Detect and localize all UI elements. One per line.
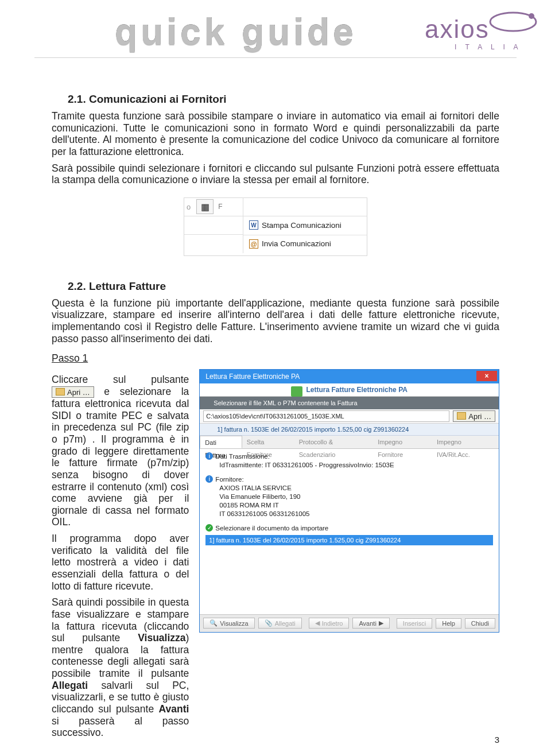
menu-item-stampa[interactable]: W Stampa Comunicazioni xyxy=(243,216,367,235)
left-para-1: Cliccare sul pulsante Apri … e seleziona… xyxy=(52,374,189,528)
dialog-titlebar: Lettura Fatture Elettroniche PA × xyxy=(200,370,499,383)
dialog-hint: Selezionare il file XML o P7M contenente… xyxy=(200,397,499,409)
email-icon: @ xyxy=(249,239,258,249)
value-fornitore-city: 00185 ROMA RM IT xyxy=(205,501,493,510)
apri-button[interactable]: Apri … xyxy=(453,410,495,422)
toolbar-icon-1: ▦ xyxy=(196,199,214,214)
info-icon: i xyxy=(205,475,213,483)
dialog-subtitle: Lettura Fatture Elettroniche PA xyxy=(200,383,499,397)
section-21-para-2: Sarà possibile quindi selezionare i forn… xyxy=(52,162,499,186)
brand-logo: axios I T A L I A xyxy=(417,2,537,57)
tab-scelta-fornitore[interactable]: Scelta Fornitore xyxy=(242,436,294,448)
brand-text: axios xyxy=(425,15,490,43)
guide-title: quick guide xyxy=(115,10,357,53)
tab-dati-fattura[interactable]: Dati Fattura xyxy=(200,436,242,448)
label-select-doc: Selezionare il documento da importare xyxy=(215,524,328,533)
folder-icon xyxy=(56,388,65,396)
apri-button-inline[interactable]: Apri … xyxy=(52,386,94,398)
close-icon[interactable]: × xyxy=(476,371,497,381)
help-button[interactable]: Help xyxy=(436,618,461,629)
section-22-para-1: Questa è la funzione più importante dell… xyxy=(52,297,499,345)
word-icon: W xyxy=(249,220,258,230)
indietro-button[interactable]: ◀ Indietro xyxy=(309,618,350,629)
tab-strip: Dati Fattura Scelta Fornitore Protocollo… xyxy=(200,436,499,449)
tab-protocollo[interactable]: Protocollo & Scadenziario xyxy=(294,436,374,448)
label-trasmissione: Dati Trasmissione: xyxy=(215,452,270,461)
visualizza-button[interactable]: 🔍 Visualizza xyxy=(203,618,254,629)
file-path-field[interactable]: C:\axios105\dev\cnt\IT06331261005_1503E.… xyxy=(203,410,449,422)
value-idtrasmittente: IdTrasmittente: IT 06331261005 - Proggre… xyxy=(205,461,493,470)
inserisci-button[interactable]: Inserisci xyxy=(397,618,432,629)
value-fornitore-name: AXIOS ITALIA SERVICE xyxy=(205,484,493,493)
file-summary: 1] fattura n. 1503E del 26/02/2015 impor… xyxy=(200,424,499,436)
header-divider xyxy=(34,57,517,58)
import-icon xyxy=(291,386,302,397)
step-label: Passo 1 xyxy=(52,352,499,365)
svg-point-1 xyxy=(529,13,534,19)
menu-item-invia[interactable]: @ Invia Comunicazioni xyxy=(243,234,367,253)
dialog-title-text: Lettura Fatture Elettroniche PA xyxy=(205,373,300,381)
section-21-heading: 2.1. Comunicazioni ai Fornitori xyxy=(68,93,499,106)
folder-icon xyxy=(457,412,466,420)
left-column: Cliccare sul pulsante Apri … e seleziona… xyxy=(52,369,189,743)
document-header: quick guide axios I T A L I A xyxy=(0,0,551,64)
context-menu-figure: o ▦ F W Stampa Comunicazioni @ Invia Com… xyxy=(184,197,367,256)
tab-impegno-iva[interactable]: Impegno IVA/Rit.Acc. xyxy=(432,436,499,448)
allegati-button[interactable]: 📎 Allegati xyxy=(258,618,302,629)
left-para-2: Il programma dopo aver verificato la val… xyxy=(52,533,189,592)
check-icon: ✓ xyxy=(205,524,213,532)
chiudi-button[interactable]: Chiudi xyxy=(465,618,495,629)
tab-impegno-fornitore[interactable]: Impegno Fornitore xyxy=(373,436,432,448)
page-number: 3 xyxy=(495,735,499,745)
selected-invoice-row[interactable]: 1] fattura n. 1503E del 26/02/2015 impor… xyxy=(205,535,493,545)
panel-dati-fattura: i Dati Trasmissione: IdTrasmittente: IT … xyxy=(200,449,499,614)
wizard-dialog: Lettura Fatture Elettroniche PA × Lettur… xyxy=(199,369,499,633)
label-fornitore: Fornitore: xyxy=(215,475,243,484)
dialog-button-bar: 🔍 Visualizza 📎 Allegati ◀ Indietro Avant… xyxy=(200,614,499,632)
svg-text:I T A L I A: I T A L I A xyxy=(455,43,521,51)
section-22-heading: 2.2. Lettura Fatture xyxy=(68,280,499,293)
value-fornitore-vat: IT 06331261005 06331261005 xyxy=(205,510,493,518)
value-fornitore-addr: Via Emanuele Filiberto, 190 xyxy=(205,493,493,501)
left-para-3: Sarà quindi possibile in questa fase vis… xyxy=(52,596,189,739)
section-21-para-1: Tramite questa funzione sarà possibile s… xyxy=(52,110,499,158)
avanti-button[interactable]: Avanti ▶ xyxy=(352,618,389,629)
